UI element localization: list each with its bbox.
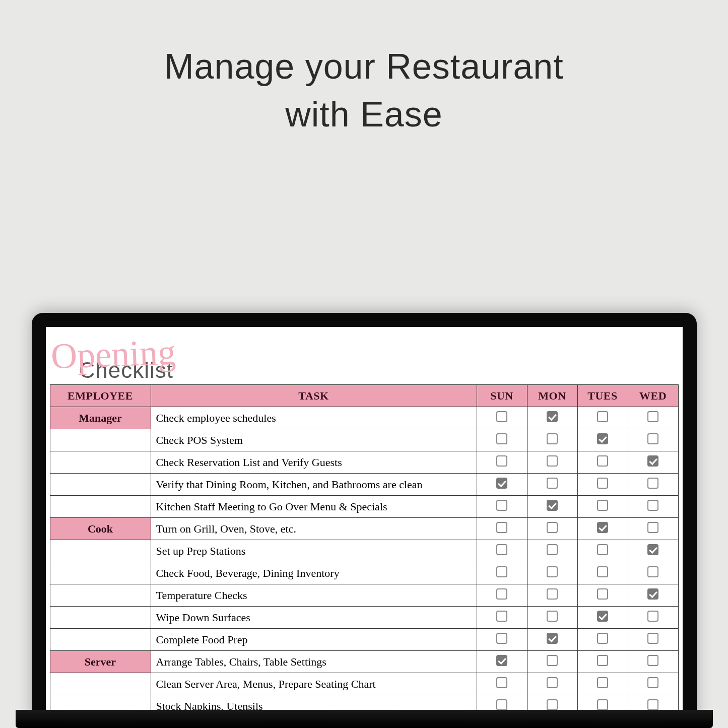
checkbox[interactable] (496, 633, 507, 644)
checkbox[interactable] (547, 455, 558, 467)
day-cell[interactable] (628, 407, 678, 429)
checkbox[interactable] (547, 500, 558, 511)
day-cell[interactable] (577, 695, 628, 710)
task-cell[interactable]: Temperature Checks (151, 584, 477, 607)
day-cell[interactable] (628, 496, 678, 518)
task-cell[interactable]: Clean Server Area, Menus, Prepare Seatin… (151, 673, 477, 695)
day-cell[interactable] (577, 584, 628, 607)
checkbox[interactable] (597, 588, 608, 600)
day-cell[interactable] (577, 651, 628, 673)
task-cell[interactable]: Turn on Grill, Oven, Stove, etc. (151, 518, 477, 540)
day-cell[interactable] (477, 584, 527, 607)
day-cell[interactable] (577, 429, 628, 451)
day-cell[interactable] (628, 629, 678, 651)
day-cell[interactable] (477, 562, 527, 584)
checkbox[interactable] (647, 411, 658, 422)
employee-cell[interactable] (50, 629, 151, 651)
day-cell[interactable] (577, 673, 628, 695)
day-cell[interactable] (628, 540, 678, 562)
day-cell[interactable] (527, 584, 577, 607)
checkbox[interactable] (547, 611, 558, 622)
day-cell[interactable] (628, 474, 678, 496)
checkbox[interactable] (647, 655, 658, 666)
checkbox[interactable] (496, 566, 507, 577)
employee-cell[interactable]: Manager (50, 407, 151, 429)
day-cell[interactable] (477, 451, 527, 474)
day-cell[interactable] (527, 607, 577, 629)
employee-cell[interactable] (50, 673, 151, 695)
checkbox[interactable] (647, 544, 658, 555)
day-cell[interactable] (577, 607, 628, 629)
task-cell[interactable]: Verify that Dining Room, Kitchen, and Ba… (151, 474, 477, 496)
employee-cell[interactable] (50, 451, 151, 474)
checkbox[interactable] (547, 522, 558, 533)
checkbox[interactable] (647, 455, 658, 467)
day-cell[interactable] (527, 540, 577, 562)
checkbox[interactable] (547, 411, 558, 422)
checkbox[interactable] (647, 478, 658, 489)
checkbox[interactable] (496, 478, 507, 489)
day-cell[interactable] (577, 518, 628, 540)
day-cell[interactable] (477, 651, 527, 673)
checkbox[interactable] (547, 433, 558, 444)
checkbox[interactable] (547, 677, 558, 688)
task-cell[interactable]: Check employee schedules (151, 407, 477, 429)
employee-cell[interactable] (50, 429, 151, 451)
day-cell[interactable] (477, 474, 527, 496)
task-cell[interactable]: Stock Napkins, Utensils (151, 695, 477, 710)
checkbox[interactable] (496, 433, 507, 444)
checkbox[interactable] (647, 699, 658, 710)
day-cell[interactable] (577, 407, 628, 429)
checkbox[interactable] (597, 411, 608, 422)
checkbox[interactable] (496, 544, 507, 555)
day-cell[interactable] (527, 673, 577, 695)
checkbox[interactable] (496, 588, 507, 600)
checkbox[interactable] (496, 655, 507, 666)
checkbox[interactable] (597, 544, 608, 555)
checkbox[interactable] (496, 411, 507, 422)
task-cell[interactable]: Wipe Down Surfaces (151, 607, 477, 629)
checkbox[interactable] (597, 522, 608, 533)
day-cell[interactable] (527, 451, 577, 474)
task-cell[interactable]: Set up Prep Stations (151, 540, 477, 562)
day-cell[interactable] (527, 429, 577, 451)
day-cell[interactable] (577, 496, 628, 518)
checkbox[interactable] (597, 455, 608, 467)
employee-cell[interactable] (50, 695, 151, 710)
checkbox[interactable] (496, 522, 507, 533)
task-cell[interactable]: Complete Food Prep (151, 629, 477, 651)
employee-cell[interactable] (50, 584, 151, 607)
checkbox[interactable] (597, 611, 608, 622)
checkbox[interactable] (547, 699, 558, 710)
day-cell[interactable] (628, 673, 678, 695)
day-cell[interactable] (477, 607, 527, 629)
day-cell[interactable] (628, 429, 678, 451)
employee-cell[interactable] (50, 474, 151, 496)
day-cell[interactable] (527, 651, 577, 673)
day-cell[interactable] (628, 651, 678, 673)
employee-cell[interactable] (50, 540, 151, 562)
checkbox[interactable] (547, 478, 558, 489)
employee-cell[interactable]: Cook (50, 518, 151, 540)
day-cell[interactable] (477, 496, 527, 518)
day-cell[interactable] (477, 540, 527, 562)
day-cell[interactable] (527, 518, 577, 540)
checkbox[interactable] (647, 633, 658, 644)
checkbox[interactable] (597, 633, 608, 644)
checkbox[interactable] (647, 566, 658, 577)
checkbox[interactable] (597, 478, 608, 489)
day-cell[interactable] (577, 540, 628, 562)
day-cell[interactable] (477, 695, 527, 710)
day-cell[interactable] (628, 607, 678, 629)
checkbox[interactable] (547, 544, 558, 555)
employee-cell[interactable] (50, 562, 151, 584)
checkbox[interactable] (647, 611, 658, 622)
checkbox[interactable] (647, 677, 658, 688)
checkbox[interactable] (597, 433, 608, 444)
task-cell[interactable]: Arrange Tables, Chairs, Table Settings (151, 651, 477, 673)
day-cell[interactable] (477, 629, 527, 651)
checkbox[interactable] (496, 500, 507, 511)
day-cell[interactable] (527, 474, 577, 496)
checkbox[interactable] (547, 566, 558, 577)
task-cell[interactable]: Check POS System (151, 429, 477, 451)
